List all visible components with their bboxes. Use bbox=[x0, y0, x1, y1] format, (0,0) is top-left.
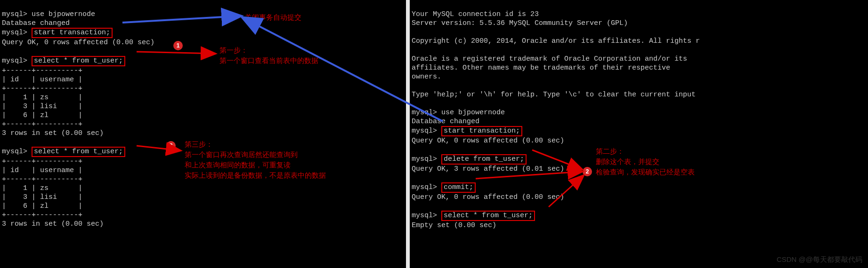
annot-step3-title: 第三步： bbox=[185, 139, 326, 150]
table-border: +------+----------+ bbox=[2, 67, 82, 75]
cmd-select-1: select * from t_user; bbox=[32, 56, 125, 66]
table-row: | 3 | lisi | bbox=[2, 102, 82, 110]
prompt: mysql> bbox=[2, 148, 32, 156]
prompt: mysql> bbox=[412, 183, 441, 191]
table-border: +------+----------+ bbox=[2, 175, 82, 183]
annot-step3-l2: 和上次查询相同的数据，可重复读 bbox=[185, 160, 326, 170]
cmd-start-transaction: start transaction; bbox=[32, 28, 113, 38]
annot-step2-title: 第二步： bbox=[596, 146, 695, 157]
terminal-right: Your MySQL connection id is 23 Server ve… bbox=[410, 0, 868, 268]
line: mysql> use bjpowernode bbox=[412, 109, 505, 117]
annot-step2: 第二步： 删除这个表，并提交 检验查询，发现确实已经是空表 bbox=[596, 146, 695, 177]
table-row: | 6 | zl | bbox=[2, 202, 82, 210]
table-border: +------+----------+ bbox=[2, 158, 82, 166]
table-border: +------+----------+ bbox=[2, 120, 82, 128]
line: Query OK, 0 rows affected (0.00 sec) bbox=[2, 39, 154, 47]
prompt: mysql> bbox=[2, 57, 32, 65]
annot-step1: 第一步： 第一个窗口查看当前表中的数据 bbox=[219, 45, 318, 66]
annot-step3-l1: 第一个窗口再次查询居然还能查询到 bbox=[185, 150, 326, 160]
annot-step2-l1: 删除这个表，并提交 bbox=[596, 157, 695, 167]
table-border: +------+----------+ bbox=[2, 85, 82, 93]
cmd-start-transaction-r: start transaction; bbox=[441, 126, 522, 136]
badge-3: 3 bbox=[166, 141, 176, 150]
cmd-select-2: select * from t_user; bbox=[32, 147, 125, 157]
table-header: | id | username | bbox=[2, 166, 82, 174]
line: Oracle is a registered trademark of Orac… bbox=[412, 55, 687, 63]
line: Type 'help;' or '\h' for help. Type '\c'… bbox=[412, 91, 700, 99]
line: Database changed bbox=[2, 19, 70, 27]
annot-step1-title: 第一步： bbox=[219, 45, 318, 55]
prompt: mysql> bbox=[412, 212, 441, 220]
line: Database changed bbox=[412, 118, 479, 126]
line: mysql> use bjpowernode bbox=[2, 10, 95, 18]
line: Query OK, 0 rows affected (0.00 sec) bbox=[412, 137, 564, 145]
table-header: | id | username | bbox=[2, 76, 82, 84]
table-row: | 1 | zs | bbox=[2, 184, 82, 192]
line: Copyright (c) 2000, 2014, Oracle and/or … bbox=[412, 37, 700, 45]
cmd-commit: commit; bbox=[441, 182, 476, 193]
line: Your MySQL connection id is 23 bbox=[412, 10, 539, 18]
cmd-delete: delete from t_user; bbox=[441, 154, 527, 165]
badge-2: 2 bbox=[583, 167, 592, 176]
badge-1: 1 bbox=[173, 41, 183, 50]
watermark: CSDN @@每天都要敲代码 bbox=[777, 255, 862, 264]
prompt: mysql> bbox=[412, 155, 441, 163]
prompt: mysql> bbox=[412, 127, 441, 135]
table-footer: 3 rows in set (0.00 sec) bbox=[2, 220, 104, 228]
line: affiliates. Other names may be trademark… bbox=[412, 64, 670, 72]
annot-step3: 第三步： 第一个窗口再次查询居然还能查询到 和上次查询相同的数据，可重复读 实际… bbox=[185, 139, 326, 181]
line: Query OK, 3 rows affected (0.01 sec) bbox=[412, 165, 564, 173]
annot-step1-body: 第一个窗口查看当前表中的数据 bbox=[219, 55, 318, 66]
terminal-left: mysql> use bjpowernode Database changed … bbox=[0, 0, 406, 268]
line: owners. bbox=[412, 73, 441, 81]
table-row: | 6 | zl | bbox=[2, 111, 82, 119]
annot-step2-l2: 检验查询，发现确实已经是空表 bbox=[596, 167, 695, 177]
table-row: | 3 | lisi | bbox=[2, 193, 82, 201]
prompt: mysql> bbox=[2, 29, 32, 37]
pane-divider bbox=[406, 0, 410, 268]
line: Query OK, 0 rows affected (0.00 sec) bbox=[412, 193, 564, 201]
annot-close-auto: 关闭事务自动提交 bbox=[245, 12, 301, 23]
table-row: | 1 | zs | bbox=[2, 94, 82, 102]
line: Empty set (0.00 sec) bbox=[412, 221, 496, 229]
cmd-select-r: select * from t_user; bbox=[441, 211, 535, 221]
line: Server version: 5.5.36 MySQL Community S… bbox=[412, 19, 628, 27]
annot-step3-l3: 实际上读到的是备份数据，不是原表中的数据 bbox=[185, 170, 326, 181]
table-footer: 3 rows in set (0.00 sec) bbox=[2, 129, 104, 137]
table-border: +------+----------+ bbox=[2, 211, 82, 219]
